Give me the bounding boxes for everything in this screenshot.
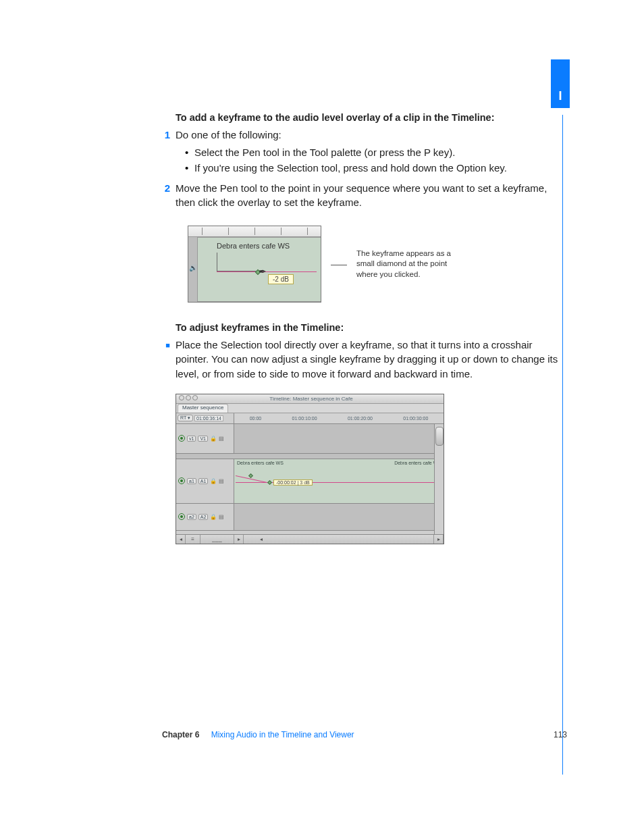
dest-track-label[interactable]: V1: [198, 436, 208, 442]
step-text: Do one of the following:: [176, 128, 567, 142]
figure-timeline-window: Timeline: Master sequence in Cafe Master…: [176, 394, 444, 544]
nav-left-icon[interactable]: ◂: [176, 535, 186, 544]
window-title: Timeline: Master sequence in Cafe: [199, 396, 423, 402]
visibility-toggle-icon[interactable]: [178, 435, 185, 442]
track-content[interactable]: [234, 424, 444, 453]
audio-clip[interactable]: Debra enters cafe WS ✒ -2 dB: [198, 237, 321, 302]
keyframe-diamond-icon[interactable]: [248, 473, 253, 478]
current-timecode[interactable]: 01:00:36:14: [194, 415, 223, 421]
track-header: 🔊: [188, 237, 198, 302]
timeline-ruler[interactable]: 00:00 01:00:10:00 01:00:20:00 01:00:30:0…: [234, 413, 444, 423]
rt-popup[interactable]: RT ▾: [178, 415, 193, 421]
ruler-tick: 01:00:30:00: [403, 416, 428, 421]
visibility-toggle-icon[interactable]: [178, 513, 185, 520]
nav-right-icon[interactable]: ▸: [234, 535, 244, 544]
procedure-heading-2: To adjust keyframes in the Timeline:: [176, 321, 567, 335]
source-track-label[interactable]: a1: [187, 478, 196, 484]
procedure-text: Place the Selection tool directly over a…: [176, 338, 567, 382]
step-text: Move the Pen tool to the point in your s…: [176, 181, 567, 209]
lock-icon[interactable]: 🔒: [210, 436, 217, 442]
callout-line: [217, 253, 264, 271]
square-bullet-icon: ■: [162, 338, 176, 382]
track-v1: v1 V1 🔒 ▤: [176, 424, 444, 454]
option-item: If you're using the Selection tool, pres…: [185, 160, 567, 176]
keyframe-tooltip: -00:00:02 | 3 dB: [273, 479, 313, 486]
page-number: 113: [554, 730, 567, 739]
auto-select-icon[interactable]: ▤: [219, 514, 224, 520]
window-titlebar: Timeline: Master sequence in Cafe: [176, 394, 444, 404]
clip-name: Debra enters cafe WS: [237, 461, 284, 465]
vertical-scrollbar[interactable]: [434, 424, 444, 534]
sequence-tab[interactable]: Master sequence: [178, 404, 228, 413]
visibility-toggle-icon[interactable]: [178, 477, 185, 484]
step-1-options: Select the Pen tool in the Tool palette …: [185, 145, 567, 176]
sequence-tab-bar: Master sequence: [176, 404, 444, 413]
track-content[interactable]: [234, 504, 444, 530]
ruler-tick: 00:00: [250, 416, 262, 421]
zoom-slider[interactable]: ⎯⎯⎯: [200, 535, 234, 544]
chapter-label: Chapter 6: [162, 730, 199, 739]
lock-icon[interactable]: 🔒: [210, 478, 217, 484]
dest-track-label[interactable]: A1: [198, 478, 209, 484]
callout-leader: [331, 265, 347, 265]
page-footer: Chapter 6 Mixing Audio in the Timeline a…: [162, 730, 567, 739]
track-a1: a1 A1 🔒 ▤ Debra enters cafe WS Debra ent…: [176, 459, 444, 504]
horizontal-scrollbar[interactable]: ◂: [244, 535, 434, 544]
pen-tool-icon: ✒: [259, 266, 267, 277]
option-item: Select the Pen tool in the Tool palette …: [185, 145, 567, 160]
step-number: 1: [162, 128, 176, 142]
timeline-footer: ◂ ≡ ⎯⎯⎯ ▸ ◂ ▸: [176, 534, 444, 544]
traffic-lights[interactable]: [179, 395, 199, 402]
lock-icon[interactable]: 🔒: [210, 514, 217, 520]
source-track-label[interactable]: v1: [187, 436, 196, 442]
chapter-title: Mixing Audio in the Timeline and Viewer: [211, 730, 354, 739]
figure-keyframe-clip: 🔊 Debra enters cafe WS ✒ -2 dB The keyfr…: [188, 226, 567, 303]
scrollbar-thumb[interactable]: [435, 427, 444, 446]
level-tooltip: -2 dB: [268, 274, 294, 284]
scroll-right-icon[interactable]: ▸: [434, 535, 444, 544]
source-track-label[interactable]: a2: [187, 514, 196, 520]
timeline-ruler: [188, 226, 321, 237]
speaker-icon: 🔊: [189, 264, 197, 271]
track-divider: [176, 454, 444, 459]
dest-track-label[interactable]: A2: [198, 514, 209, 520]
timeline-controls: RT ▾ 01:00:36:14: [176, 413, 234, 423]
step-number: 2: [162, 181, 176, 209]
keyframe-diamond-icon[interactable]: [267, 480, 272, 485]
ruler-tick: 01:00:10:00: [292, 416, 317, 421]
auto-select-icon[interactable]: ▤: [219, 478, 224, 484]
level-overlay[interactable]: [217, 271, 317, 272]
audio-track-content[interactable]: Debra enters cafe WS Debra enters cafe W…: [234, 459, 444, 503]
figure-caption: The keyframe appears as a small diamond …: [356, 249, 464, 280]
track-a2: a2 A2 🔒 ▤: [176, 504, 444, 531]
procedure-heading-1: To add a keyframe to the audio level ove…: [176, 111, 567, 125]
clip-name: Debra enters cafe WS: [217, 242, 290, 250]
track-height-icon[interactable]: ≡: [186, 535, 200, 544]
section-thumb-tab: I: [551, 59, 570, 108]
auto-select-icon[interactable]: ▤: [219, 436, 224, 442]
ruler-tick: 01:00:20:00: [348, 416, 373, 421]
